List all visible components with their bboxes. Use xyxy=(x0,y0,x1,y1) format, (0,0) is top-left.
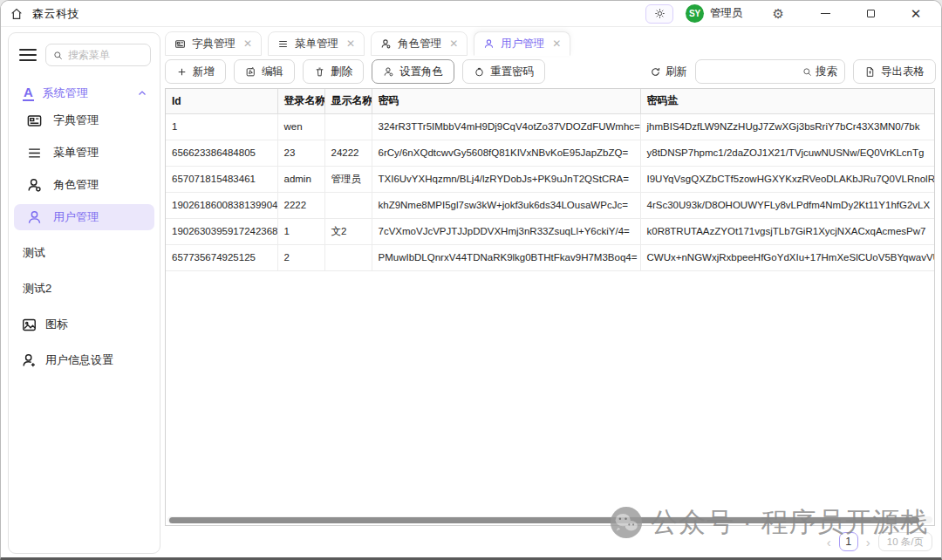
table-row[interactable]: 1 wen 324rR3TTr5IMbbV4mH9Dj9CqV4otZo37VD… xyxy=(166,113,934,140)
delete-button[interactable]: 删除 xyxy=(303,59,364,84)
person-icon xyxy=(26,209,43,226)
cell-password-salt: y8tDNSP7hpmc1/2daZOJ1X21/TVjcuwNUSNw/EQ0… xyxy=(640,140,934,166)
reset-password-button[interactable]: 重置密码 xyxy=(462,59,545,84)
sidebar-group-system[interactable]: A 系统管理 xyxy=(23,85,147,101)
close-tab-icon[interactable]: ✕ xyxy=(346,38,355,50)
cell-password: PMuwIbDLQnrxV44TDNaRK9lkg0BTHtFkav9H7M3B… xyxy=(372,244,640,270)
page-size-select[interactable]: 10 条/页 xyxy=(878,532,932,551)
table-row[interactable]: 1902630395917242368 1 文2 7cVXmoVJcVPJTJJ… xyxy=(166,218,934,244)
current-page[interactable]: 1 xyxy=(839,532,858,551)
home-icon[interactable] xyxy=(10,7,24,21)
table-search: 搜索 xyxy=(695,59,845,84)
sidebar-item-label: 字典管理 xyxy=(53,113,99,128)
column-header-display-name[interactable]: 显示名称 xyxy=(324,89,372,113)
sidebar-collapse-button[interactable] xyxy=(19,47,37,63)
trash-icon xyxy=(314,66,325,78)
sidebar-item-dict[interactable]: 字典管理 xyxy=(14,107,154,133)
sidebar-item-label: 菜单管理 xyxy=(53,145,99,160)
table-row[interactable]: 656623386484805 23 24222 6rCy/6nXQdtcwvG… xyxy=(166,140,934,166)
column-header-password-salt[interactable]: 密码盐 xyxy=(640,89,934,113)
set-role-button[interactable]: 设置角色 xyxy=(372,59,454,84)
tab-label: 用户管理 xyxy=(501,37,544,51)
sidebar-item-test[interactable]: 测试 xyxy=(14,240,154,266)
sidebar-item-test2[interactable]: 测试2 xyxy=(14,276,154,302)
sidebar-item-label: 用户信息设置 xyxy=(45,352,113,368)
tab-dict[interactable]: 字典管理 ✕ xyxy=(165,31,262,56)
add-button[interactable]: 新增 xyxy=(165,59,226,84)
tab-menu[interactable]: 菜单管理 ✕ xyxy=(268,31,365,56)
user-table: Id 登录名称 显示名称 密码 密码盐 1 wen 324rR3TTr5IMbb… xyxy=(166,89,934,271)
user-name: 管理员 xyxy=(710,6,743,21)
close-button[interactable]: ✕ xyxy=(899,3,932,24)
table-row[interactable]: 1902618600838139904 2222 khZ9Nme8MPI5gl7… xyxy=(166,192,934,218)
titlebar: 森云科技 SY 管理员 ⚙ ✕ xyxy=(1,1,941,27)
user-chip[interactable]: SY 管理员 xyxy=(686,4,761,23)
horizontal-scrollbar-thumb[interactable] xyxy=(169,517,919,523)
minimize-button[interactable] xyxy=(809,3,842,24)
person-icon xyxy=(483,38,495,50)
button-label: 编辑 xyxy=(262,65,283,79)
cell-password: 6rCy/6nXQdtcwvGy5608fQ81KIVxNBvKoE95JapZ… xyxy=(372,140,640,166)
sidebar-item-icons[interactable]: 图标 xyxy=(14,311,154,338)
table-header-row: Id 登录名称 显示名称 密码 密码盐 xyxy=(166,89,934,113)
cell-password-salt: CWUx+nNGWxjRxbpeeHfGoYdXIu+17HmXeSlCUoV5… xyxy=(640,244,934,270)
button-label: 搜索 xyxy=(816,65,837,79)
table-search-input[interactable] xyxy=(696,65,802,78)
column-header-password[interactable]: 密码 xyxy=(372,89,640,113)
cell-password-salt: k0R8TRUTAAzZYOt171vgsjTLb7GiR1XycjNXACxq… xyxy=(640,218,934,244)
person-plus-icon xyxy=(21,352,38,369)
avatar: SY xyxy=(686,4,704,23)
sidebar-item-menu[interactable]: 菜单管理 xyxy=(14,140,154,166)
menu-lines-icon xyxy=(26,145,43,161)
close-icon: ✕ xyxy=(911,7,922,20)
close-tab-icon[interactable]: ✕ xyxy=(449,38,458,50)
column-header-login-name[interactable]: 登录名称 xyxy=(277,89,324,113)
sidebar-item-user-info[interactable]: 用户信息设置 xyxy=(14,347,154,373)
theme-toggle-button[interactable] xyxy=(645,4,673,24)
cell-password: TXI6UvYXHqzmn/BLj4/lzRYDobJs+PK9uJnT2QSt… xyxy=(372,166,640,192)
role-icon xyxy=(26,177,43,194)
tab-user[interactable]: 用户管理 ✕ xyxy=(474,31,570,56)
tab-role[interactable]: 角色管理 ✕ xyxy=(371,31,468,56)
search-button[interactable]: 搜索 xyxy=(802,65,837,79)
button-label: 重置密码 xyxy=(490,65,534,79)
table-row[interactable]: 657735674925125 2 PMuwIbDLQnrxV44TDNaRK9… xyxy=(166,244,934,270)
cell-login-name: 23 xyxy=(277,140,324,166)
menu-lines-icon xyxy=(277,38,289,50)
cell-login-name: 1 xyxy=(277,218,324,244)
button-label: 删除 xyxy=(331,65,352,79)
edit-icon xyxy=(245,66,256,78)
button-label: 导出表格 xyxy=(881,65,925,79)
cell-password: 7cVXmoVJcVPJTJJpDDVXHmj3nR33ZsuqLl+Y6cki… xyxy=(372,218,640,244)
table-row[interactable]: 657071815483461 admin 管理员 TXI6UvYXHqzmn/… xyxy=(166,166,934,192)
font-a-icon: A xyxy=(23,85,34,101)
sidebar-item-user[interactable]: 用户管理 xyxy=(14,204,154,230)
close-tab-icon[interactable]: ✕ xyxy=(243,38,252,50)
edit-button[interactable]: 编辑 xyxy=(234,59,295,84)
refresh-icon xyxy=(650,66,661,78)
export-button[interactable]: 导出表格 xyxy=(853,59,936,84)
cell-id: 657071815483461 xyxy=(166,166,277,192)
gear-icon[interactable]: ⚙ xyxy=(773,7,784,20)
sidebar-item-role[interactable]: 角色管理 xyxy=(14,172,154,198)
sidebar-search-input[interactable] xyxy=(68,49,143,61)
column-header-id[interactable]: Id xyxy=(166,89,277,113)
maximize-button[interactable] xyxy=(854,3,887,24)
button-label: 刷新 xyxy=(666,65,687,79)
cell-login-name: 2222 xyxy=(277,192,324,218)
cell-login-name: 2 xyxy=(277,244,324,270)
sidebar-item-label: 测试 xyxy=(23,245,45,261)
prev-page-icon[interactable]: ‹ xyxy=(827,536,831,549)
close-tab-icon[interactable]: ✕ xyxy=(552,38,561,50)
chevron-up-icon xyxy=(137,88,147,99)
image-icon xyxy=(21,317,38,333)
sidebar-search[interactable] xyxy=(45,44,151,66)
maximize-icon xyxy=(867,10,875,17)
cell-display-name xyxy=(324,192,372,218)
dictionary-icon xyxy=(174,38,186,50)
cell-display-name: 24222 xyxy=(324,140,372,166)
toolbar: 新增 编辑 删除 设置角色 重置密码 刷新 搜索 xyxy=(165,58,936,85)
next-page-icon[interactable]: › xyxy=(866,536,870,549)
refresh-button[interactable]: 刷新 xyxy=(650,65,687,79)
role-icon xyxy=(383,66,394,78)
